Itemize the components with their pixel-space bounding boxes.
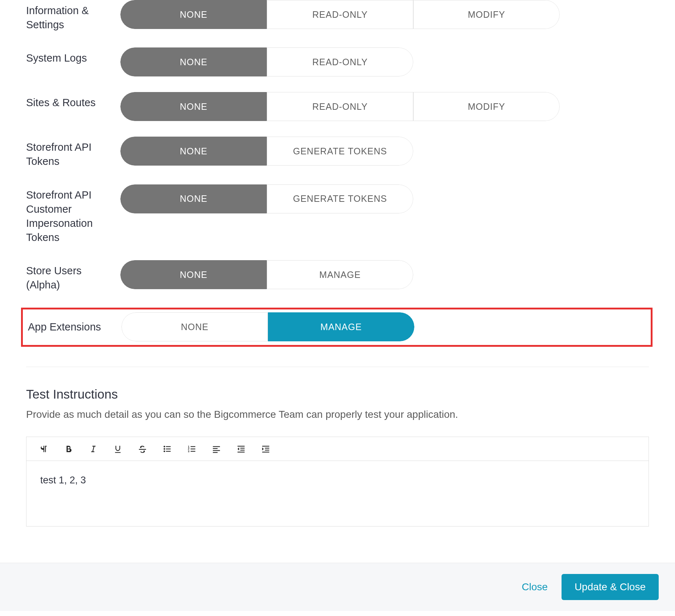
toggle-option-generate-tokens[interactable]: GENERATE TOKENS xyxy=(267,137,413,166)
toggle-option-readonly[interactable]: READ-ONLY xyxy=(267,0,413,29)
toggle-group: NONE MANAGE xyxy=(121,312,414,341)
permission-label: Information & Settings xyxy=(26,0,120,32)
svg-rect-5 xyxy=(166,451,171,451)
toggle-group: NONE READ-ONLY MODIFY xyxy=(120,0,560,29)
permission-label: Storefront API Tokens xyxy=(26,137,120,168)
strikethrough-icon[interactable] xyxy=(130,437,155,461)
permission-row-information-settings: Information & Settings NONE READ-ONLY MO… xyxy=(26,0,649,32)
footer-bar: Close Update & Close xyxy=(0,563,675,611)
svg-rect-10 xyxy=(191,449,195,449)
svg-rect-23 xyxy=(262,451,269,452)
svg-rect-19 xyxy=(237,451,245,452)
rich-text-editor: 123 test 1, 2, 3 xyxy=(26,437,649,526)
toggle-option-modify[interactable]: MODIFY xyxy=(413,92,560,121)
indent-increase-icon[interactable] xyxy=(253,437,278,461)
svg-rect-4 xyxy=(166,449,171,449)
svg-rect-20 xyxy=(262,446,269,446)
svg-rect-13 xyxy=(213,448,218,449)
toggle-option-modify[interactable]: MODIFY xyxy=(413,0,560,29)
bullet-list-icon[interactable] xyxy=(155,437,179,461)
toggle-option-none[interactable]: NONE xyxy=(121,312,268,341)
svg-rect-9 xyxy=(191,446,195,447)
toggle-option-none[interactable]: NONE xyxy=(120,137,267,166)
close-button[interactable]: Close xyxy=(522,581,548,593)
svg-rect-18 xyxy=(240,450,245,450)
update-close-button[interactable]: Update & Close xyxy=(562,574,659,600)
permission-row-store-users: Store Users (Alpha) NONE MANAGE xyxy=(26,260,649,292)
toggle-option-none[interactable]: NONE xyxy=(120,260,267,289)
pilcrow-icon[interactable] xyxy=(32,437,56,461)
section-divider xyxy=(26,367,649,367)
indent-decrease-icon[interactable] xyxy=(229,437,253,461)
toggle-group: NONE MANAGE xyxy=(120,260,413,289)
permission-label: Storefront API Customer Impersonation To… xyxy=(26,184,120,245)
italic-icon[interactable] xyxy=(81,437,105,461)
underline-icon[interactable] xyxy=(105,437,130,461)
toggle-option-none[interactable]: NONE xyxy=(120,47,267,76)
section-description: Provide as much detail as you can so the… xyxy=(26,409,649,420)
toggle-option-readonly[interactable]: READ-ONLY xyxy=(267,47,413,76)
ordered-list-icon[interactable]: 123 xyxy=(179,437,204,461)
permission-row-sites-routes: Sites & Routes NONE READ-ONLY MODIFY xyxy=(26,92,649,121)
toggle-group: NONE READ-ONLY MODIFY xyxy=(120,92,560,121)
svg-rect-16 xyxy=(237,446,245,446)
toggle-option-manage[interactable]: MANAGE xyxy=(267,260,413,289)
toggle-option-none[interactable]: NONE xyxy=(120,0,267,29)
align-left-icon[interactable] xyxy=(204,437,229,461)
permission-label: Sites & Routes xyxy=(26,92,120,110)
bold-icon[interactable] xyxy=(56,437,81,461)
toggle-option-readonly[interactable]: READ-ONLY xyxy=(267,92,413,121)
permission-row-storefront-api-impersonation-tokens: Storefront API Customer Impersonation To… xyxy=(26,184,649,245)
svg-rect-15 xyxy=(213,452,218,453)
svg-text:3: 3 xyxy=(188,450,189,453)
toggle-group: NONE GENERATE TOKENS xyxy=(120,184,413,213)
toggle-option-none[interactable]: NONE xyxy=(120,184,267,213)
svg-rect-22 xyxy=(265,450,269,450)
toggle-option-manage[interactable]: MANAGE xyxy=(268,312,414,341)
svg-rect-11 xyxy=(191,451,195,451)
permission-label: App Extensions xyxy=(27,320,121,334)
permission-label: Store Users (Alpha) xyxy=(26,260,120,292)
svg-rect-14 xyxy=(213,450,220,451)
toggle-group: NONE READ-ONLY xyxy=(120,47,413,76)
permission-label: System Logs xyxy=(26,47,120,65)
toggle-group: NONE GENERATE TOKENS xyxy=(120,137,413,166)
svg-point-0 xyxy=(163,446,165,447)
section-title-test-instructions: Test Instructions xyxy=(26,387,649,401)
svg-point-2 xyxy=(163,450,165,452)
toggle-option-generate-tokens[interactable]: GENERATE TOKENS xyxy=(267,184,413,213)
permission-row-system-logs: System Logs NONE READ-ONLY xyxy=(26,47,649,76)
permission-row-storefront-api-tokens: Storefront API Tokens NONE GENERATE TOKE… xyxy=(26,137,649,168)
svg-rect-21 xyxy=(265,448,269,449)
svg-rect-17 xyxy=(240,448,245,449)
toggle-option-none[interactable]: NONE xyxy=(120,92,267,121)
svg-rect-12 xyxy=(213,446,220,447)
svg-rect-3 xyxy=(166,446,171,447)
highlight-box-app-extensions: App Extensions NONE MANAGE xyxy=(21,308,653,347)
svg-point-1 xyxy=(163,448,165,450)
editor-content[interactable]: test 1, 2, 3 xyxy=(26,461,649,526)
editor-toolbar: 123 xyxy=(26,437,649,461)
